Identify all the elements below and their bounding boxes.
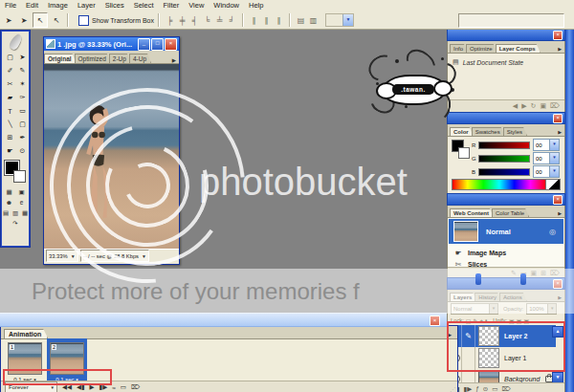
menu-filter[interactable]: Filter (159, 0, 185, 11)
next-frame-icon[interactable]: ▮▶ (464, 385, 473, 392)
prev-comp-icon[interactable]: ◀ (513, 102, 518, 110)
red-slider[interactable] (478, 142, 530, 149)
tool-rounded-rect[interactable]: ▢ (15, 118, 30, 131)
tab-animation[interactable]: Animation (4, 329, 48, 338)
tab-web-content[interactable]: Web Content (450, 208, 494, 217)
close-icon[interactable]: × (553, 195, 563, 205)
tween-button[interactable]: ≈ (112, 384, 116, 391)
tool-zoom[interactable]: ⊙ (15, 144, 30, 158)
jump-to-photoshop-icon[interactable]: ↷ (11, 218, 21, 229)
image-map-visibility-icon[interactable]: ▣ (16, 186, 27, 197)
menu-slices[interactable]: Slices (100, 0, 129, 11)
move-tool-option-icon[interactable]: ➤ (2, 13, 15, 27)
tab-4up[interactable]: 4-Up (129, 54, 151, 63)
align-right-icon[interactable]: ╛ (226, 16, 238, 25)
screen-mode-standard-icon[interactable]: ▤ (2, 207, 10, 218)
red-value-combo[interactable]: 00▼ (533, 139, 560, 151)
menu-select[interactable]: Select (129, 0, 159, 11)
distribute-top-icon[interactable]: ∥ (248, 16, 260, 25)
minimize-button[interactable]: _ (138, 38, 150, 51)
tab-2up[interactable]: 2-Up (109, 54, 131, 63)
layer-mask-icon[interactable]: ⊙ (483, 385, 488, 392)
tab-layer-comps[interactable]: Layer Comps (496, 44, 541, 53)
tool-brush[interactable]: ✑ (15, 91, 30, 104)
tab-original[interactable]: Original (44, 54, 77, 63)
arrow-outline-icon[interactable]: ↖ (50, 13, 63, 27)
delete-comp-icon[interactable]: ⌦ (550, 102, 560, 110)
align-hcenter-icon[interactable]: ╧ (213, 16, 226, 25)
screen-mode-menubar-icon[interactable]: ▥ (11, 207, 19, 218)
align-vcenter-icon[interactable]: ╪ (176, 16, 188, 25)
last-document-state-row[interactable]: ▤ Last Document State (448, 54, 564, 66)
menu-view[interactable]: View (184, 0, 209, 11)
tool-eyedropper[interactable]: ✒ (15, 131, 30, 144)
menu-help[interactable]: Help (244, 0, 268, 11)
align-top-icon[interactable]: ╞ (164, 16, 176, 25)
preview-toggle-icon[interactable]: ▦ (4, 186, 14, 197)
menu-layer[interactable]: Layer (73, 0, 100, 11)
next-comp-icon[interactable]: ▶ (521, 102, 526, 110)
distribute-vcenter-icon[interactable]: ∥ (260, 16, 273, 25)
slice-visibility-icon[interactable]: ☻ (4, 197, 14, 207)
align-left-icon[interactable]: ╘ (201, 16, 213, 25)
delete-frame-button[interactable]: ⌦ (131, 383, 140, 391)
menu-file[interactable]: File (0, 0, 21, 11)
tab-info[interactable]: Info (450, 44, 468, 53)
arrow-selected-icon[interactable]: ↖ (33, 12, 48, 28)
color-spectrum-ramp[interactable] (452, 179, 547, 190)
rollover-state-row-normal[interactable]: Normal ◎ (449, 219, 563, 244)
update-comp-icon[interactable]: ↻ (531, 102, 537, 110)
document-title-bar[interactable]: 1 .jpg @ 33.33% (Ori... _ □ × (44, 37, 179, 51)
palette-title-bar[interactable]: × (447, 29, 565, 41)
background-color-swatch[interactable] (13, 170, 26, 183)
green-slider[interactable] (478, 155, 530, 163)
green-value-combo[interactable]: 00▼ (533, 152, 560, 164)
blue-value-combo[interactable]: 00▼ (533, 165, 560, 178)
printer-icon[interactable]: ▥ (307, 16, 320, 25)
delete-layer-icon[interactable]: ⌦ (501, 385, 510, 392)
maximize-button[interactable]: □ (151, 38, 164, 51)
tab-overflow-arrow-icon[interactable]: ▶ (169, 57, 179, 63)
tab-swatches[interactable]: Swatches (472, 127, 505, 136)
close-button[interactable]: × (165, 38, 177, 51)
tab-color-table[interactable]: Color Table (492, 208, 529, 217)
palette-title-bar[interactable]: × (447, 193, 565, 206)
palette-menu-arrow-icon[interactable]: ▶ (558, 129, 564, 136)
new-layer-icon[interactable]: ▭ (492, 385, 497, 392)
options-right-field[interactable] (458, 13, 564, 28)
tool-shape-rect[interactable]: ▭ (15, 104, 30, 118)
palette-menu-arrow-icon[interactable]: ▶ (558, 210, 564, 217)
show-transform-checkbox[interactable] (78, 15, 89, 26)
tool-move[interactable]: ➤ (15, 51, 30, 64)
blue-slider[interactable] (478, 168, 530, 176)
rollover-preview-icon[interactable]: ▤ (295, 16, 307, 25)
menu-image[interactable]: Image (43, 0, 73, 11)
distribute-bottom-icon[interactable]: ∥ (273, 16, 285, 25)
tab-color[interactable]: Color (450, 127, 474, 136)
palette-title-bar[interactable]: × (447, 112, 565, 124)
close-icon[interactable]: × (553, 31, 563, 40)
resize-grip[interactable]: ⋰ (450, 385, 455, 392)
tool-polygon-lasso[interactable]: ✎ (15, 64, 30, 77)
document-view-tabs: Original Optimized 2-Up 4-Up ▶ (44, 51, 179, 64)
palette-menu-arrow-icon[interactable]: ▶ (558, 46, 564, 53)
close-icon[interactable]: × (430, 316, 440, 326)
background-color-swatch[interactable] (458, 147, 470, 159)
align-bottom-icon[interactable]: ╡ (188, 16, 201, 25)
spectrum-bw-end[interactable] (545, 179, 561, 190)
new-comp-icon[interactable]: ▣ (540, 102, 546, 110)
tab-optimize[interactable]: Optimize (466, 44, 497, 53)
tool-magic-wand[interactable]: ✶ (15, 77, 30, 91)
screen-mode-full-icon[interactable]: ▦ (21, 207, 29, 218)
tab-optimized[interactable]: Optimized (75, 54, 111, 63)
zoom-level-dropdown[interactable]: 33.33%▼ (46, 250, 78, 262)
tab-styles[interactable]: Styles (503, 127, 527, 136)
move-tool-option2-icon[interactable]: ➤ (17, 13, 31, 27)
menu-edit[interactable]: Edit (21, 0, 43, 11)
menu-window[interactable]: Window (209, 0, 244, 11)
layer-effects-icon[interactable]: ƒ (475, 385, 479, 392)
close-icon[interactable]: × (553, 114, 563, 123)
new-frame-button[interactable]: ▭ (121, 383, 126, 391)
preview-in-browser-icon[interactable]: e (16, 197, 27, 207)
options-dropdown[interactable]: ▼ (325, 13, 354, 27)
